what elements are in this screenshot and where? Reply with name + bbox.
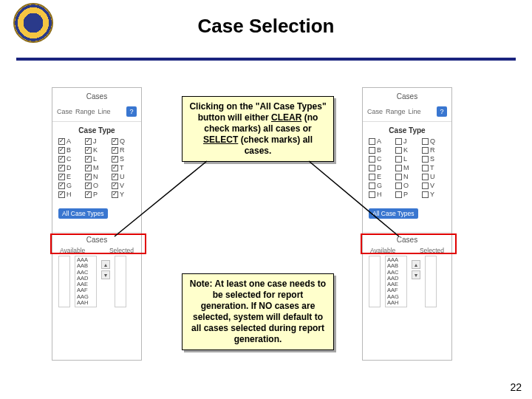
case-type-checkbox[interactable]: ✓J	[85, 137, 109, 145]
case-type-checkbox[interactable]: Q	[422, 137, 446, 145]
case-type-checkbox[interactable]: V	[422, 182, 446, 189]
help-icon[interactable]: ?	[437, 106, 447, 117]
checkbox-label: N	[403, 173, 409, 180]
checkbox-label: G	[66, 182, 72, 189]
panel-toolbar: Case Range Line ?	[363, 106, 451, 122]
checkbox-checked-icon: ✓	[58, 147, 65, 154]
checkbox-checked-icon: ✓	[112, 174, 118, 180]
case-type-checkbox[interactable]: T	[422, 164, 446, 171]
case-type-checkbox[interactable]: ✓D	[58, 164, 82, 171]
case-type-checkbox[interactable]: ✓B	[58, 146, 82, 154]
checkbox-checked-icon: ✓	[85, 174, 92, 180]
case-codes-list[interactable]: AAAAABAACAADAAEAAFAAGAAHAAJ	[75, 256, 97, 307]
case-type-checkbox[interactable]: C	[369, 155, 392, 163]
cases-heading: Cases	[52, 236, 141, 244]
checkbox-checked-icon: ✓	[85, 147, 92, 154]
checkbox-label: G	[377, 182, 382, 189]
case-type-checkbox[interactable]: ✓P	[85, 191, 109, 198]
case-type-checkbox[interactable]: H	[369, 191, 392, 198]
case-type-checkbox[interactable]: S	[422, 155, 446, 163]
case-type-checkbox[interactable]: P	[395, 191, 419, 198]
move-up-icon[interactable]: ▴	[101, 260, 110, 269]
checkbox-checked-icon: ✓	[112, 147, 118, 154]
move-down-icon[interactable]: ▾	[412, 270, 420, 279]
help-icon[interactable]: ?	[126, 106, 137, 117]
checkbox-unchecked-icon	[395, 191, 402, 198]
checkbox-label: Q	[120, 137, 125, 145]
case-type-checkbox[interactable]: ✓L	[85, 155, 109, 163]
checkbox-unchecked-icon	[422, 174, 429, 180]
case-type-checkbox[interactable]: ✓C	[58, 155, 82, 163]
checkbox-label: K	[403, 146, 408, 154]
list-item[interactable]: AAJ	[387, 306, 405, 307]
checkbox-checked-icon: ✓	[112, 183, 118, 189]
checkbox-label: K	[93, 146, 98, 154]
checkbox-label: O	[403, 182, 409, 189]
all-case-types-button[interactable]: All Case Types	[369, 208, 418, 219]
case-type-checkbox[interactable]: A	[369, 137, 392, 145]
checkbox-unchecked-icon	[395, 165, 402, 171]
checkbox-label: O	[93, 182, 98, 189]
case-type-checkbox[interactable]: ✓Q	[112, 137, 135, 145]
toolbar-case-label: Case	[367, 108, 383, 115]
case-type-checkbox[interactable]: ✓M	[85, 164, 109, 171]
case-type-checkbox[interactable]: ✓H	[58, 191, 82, 198]
checkbox-unchecked-icon	[369, 191, 375, 198]
all-case-types-button[interactable]: All Case Types	[58, 208, 108, 219]
case-type-heading: Case Type	[363, 126, 451, 134]
panel-title: Cases	[52, 92, 141, 100]
checkbox-checked-icon: ✓	[85, 138, 92, 145]
case-type-checkbox[interactable]: ✓O	[85, 182, 109, 189]
case-type-checkbox[interactable]: D	[369, 164, 392, 171]
checkbox-unchecked-icon	[395, 183, 402, 189]
case-type-checkbox[interactable]: G	[369, 182, 392, 189]
case-codes-list[interactable]: AAAAABAACAADAAEAAFAAGAAHAAJ	[385, 256, 407, 307]
case-type-checkbox[interactable]: ✓K	[85, 146, 109, 154]
callout-top: Clicking on the "All Case Types" button …	[182, 96, 334, 162]
callout-bottom: Note: At least one case needs to be sele…	[182, 273, 334, 350]
case-type-checkbox[interactable]: ✓G	[58, 182, 82, 189]
case-type-checkbox[interactable]: R	[422, 146, 446, 154]
case-type-checkbox[interactable]: U	[422, 173, 446, 180]
case-type-checkbox[interactable]: K	[395, 146, 419, 154]
case-type-checkbox[interactable]: ✓N	[85, 173, 109, 180]
toolbar-line-label: Line	[98, 108, 111, 115]
case-type-checkbox[interactable]: L	[395, 155, 419, 163]
case-type-checkbox[interactable]: O	[395, 182, 419, 189]
panel-title: Cases	[363, 92, 451, 100]
move-up-icon[interactable]: ▴	[412, 260, 420, 269]
checkbox-unchecked-icon	[369, 174, 375, 180]
case-type-checkbox[interactable]: J	[395, 137, 419, 145]
case-type-checkbox[interactable]: ✓A	[58, 137, 82, 145]
checkbox-label: S	[120, 155, 124, 163]
case-type-checkbox[interactable]: B	[369, 146, 392, 154]
checkbox-label: D	[377, 164, 382, 171]
checkbox-unchecked-icon	[422, 191, 429, 198]
case-type-checkbox[interactable]: ✓T	[112, 164, 135, 171]
case-type-checkbox[interactable]: ✓E	[58, 173, 82, 180]
case-type-checkbox[interactable]: E	[369, 173, 392, 180]
case-type-checkbox[interactable]: ✓V	[112, 182, 135, 189]
case-type-checkbox[interactable]: ✓U	[112, 173, 135, 180]
case-type-checkbox[interactable]: ✓S	[112, 155, 135, 163]
selected-list[interactable]	[115, 256, 126, 307]
checkbox-checked-icon: ✓	[58, 174, 65, 180]
page-title: Case Selection	[0, 15, 532, 38]
available-list[interactable]	[369, 256, 381, 307]
checkbox-label: H	[377, 191, 382, 198]
selected-label: Selected	[420, 247, 444, 254]
checkbox-label: L	[403, 155, 407, 163]
case-type-checkbox[interactable]: ✓R	[112, 146, 135, 154]
move-down-icon[interactable]: ▾	[101, 270, 110, 279]
available-list[interactable]	[58, 256, 70, 307]
case-type-checkbox[interactable]: ✓Y	[112, 191, 135, 198]
case-type-checkbox[interactable]: N	[395, 173, 419, 180]
case-type-grid: ✓A✓J✓Q✓B✓K✓R✓C✓L✓S✓D✓M✓T✓E✓N✓U✓G✓O✓V✓H✓P…	[52, 137, 141, 198]
toolbar-line-label: Line	[409, 108, 421, 115]
selected-list[interactable]	[425, 256, 437, 307]
case-type-checkbox[interactable]: M	[395, 164, 419, 171]
list-item[interactable]: AAJ	[77, 306, 95, 307]
checkbox-label: U	[120, 173, 125, 180]
checkbox-label: H	[66, 191, 72, 198]
case-type-checkbox[interactable]: Y	[422, 191, 446, 198]
